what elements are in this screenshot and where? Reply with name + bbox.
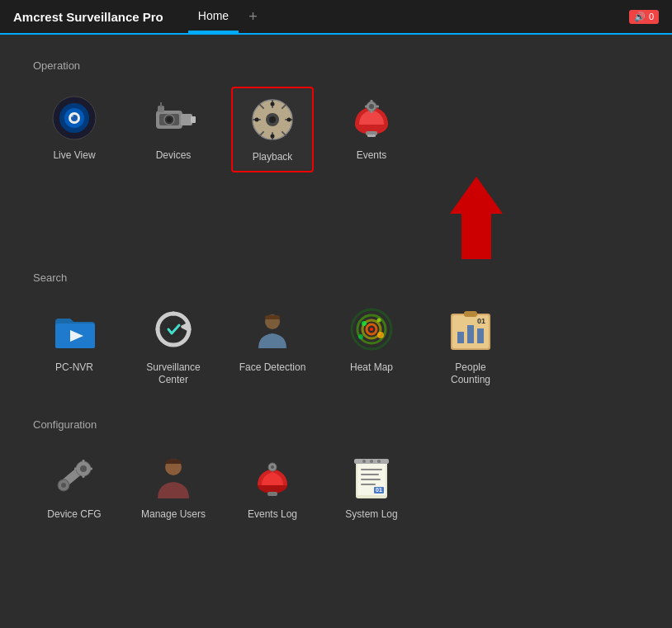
live-view-icon	[50, 93, 99, 143]
brand-bold: Pro	[143, 10, 163, 24]
svg-point-83	[362, 460, 366, 463]
icon-item-manage-users[interactable]: Manage Users	[132, 446, 215, 528]
main-content: Operation Live View	[0, 35, 672, 569]
svg-rect-43	[265, 315, 280, 319]
operation-label: Operation	[33, 59, 639, 72]
red-arrow	[450, 177, 503, 259]
volume-button[interactable]: 🔊 0	[629, 10, 659, 24]
icon-item-heat-map[interactable]: Heat Map	[330, 299, 413, 394]
svg-rect-36	[365, 106, 368, 108]
app-brand: Amcrest Surveillance Pro	[13, 10, 163, 24]
heat-map-label: Heat Map	[350, 361, 393, 375]
tab-home[interactable]: Home	[188, 0, 239, 33]
svg-point-49	[362, 321, 367, 326]
surveillance-center-label: Surveillance Center	[139, 361, 208, 387]
svg-rect-76	[361, 469, 382, 470]
svg-rect-71	[267, 492, 277, 496]
configuration-grid: Device CFG Manage Users	[33, 446, 639, 528]
system-log-label: System Log	[345, 508, 397, 522]
playback-icon	[248, 95, 297, 144]
search-grid: PC-NVR Surveillance Center	[33, 299, 639, 394]
people-counting-icon: 01	[446, 305, 495, 355]
svg-rect-35	[370, 110, 372, 113]
svg-point-5	[70, 114, 73, 117]
events-icon	[347, 93, 396, 143]
device-cfg-icon	[50, 452, 99, 502]
svg-text:01: 01	[376, 487, 382, 493]
svg-rect-55	[457, 332, 464, 343]
face-detection-icon	[248, 305, 297, 355]
svg-rect-13	[191, 116, 196, 123]
svg-point-28	[286, 117, 291, 121]
icon-item-pc-nvr[interactable]: PC-NVR	[33, 299, 116, 394]
icon-item-device-cfg[interactable]: Device CFG	[33, 446, 116, 528]
icon-item-playback[interactable]: Playback	[231, 87, 314, 172]
pc-nvr-label: PC-NVR	[55, 361, 93, 375]
configuration-label: Configuration	[33, 418, 639, 431]
svg-rect-65	[82, 460, 84, 464]
svg-rect-57	[477, 328, 484, 343]
svg-point-48	[370, 328, 373, 331]
events-log-label: Events Log	[248, 508, 297, 522]
svg-point-16	[269, 116, 276, 123]
device-cfg-label: Device CFG	[47, 508, 101, 522]
svg-rect-31	[367, 135, 376, 137]
svg-rect-11	[160, 102, 162, 107]
volume-count: 0	[649, 12, 654, 21]
svg-rect-77	[361, 474, 379, 475]
svg-point-64	[80, 465, 87, 472]
svg-rect-12	[181, 114, 192, 125]
svg-point-25	[270, 102, 274, 106]
events-label: Events	[357, 149, 387, 163]
playback-label: Playback	[253, 151, 293, 164]
operation-grid: Live View Devi	[33, 87, 639, 172]
devices-icon	[149, 93, 198, 143]
system-log-icon: 01	[347, 452, 396, 502]
icon-item-face-detection[interactable]: Face Detection	[231, 299, 314, 394]
svg-point-26	[270, 134, 274, 138]
icon-item-people-counting[interactable]: 01 People Counting	[429, 299, 512, 394]
titlebar-right: 🔊 0	[629, 10, 659, 24]
icon-item-events-log[interactable]: Events Log	[231, 446, 314, 528]
pc-nvr-icon	[50, 305, 99, 355]
svg-text:01: 01	[477, 317, 485, 325]
svg-rect-34	[370, 100, 372, 103]
svg-point-27	[254, 117, 258, 121]
heat-map-icon	[347, 305, 396, 355]
devices-label: Devices	[156, 149, 192, 163]
face-detection-label: Face Detection	[239, 361, 306, 375]
icon-item-live-view[interactable]: Live View	[33, 87, 116, 172]
manage-users-icon	[149, 452, 198, 502]
svg-rect-78	[361, 479, 381, 480]
brand-text: Amcrest Surveillance	[13, 10, 143, 24]
titlebar: Amcrest Surveillance Pro Home + 🔊 0	[0, 0, 672, 35]
volume-icon: 🔊	[634, 12, 646, 22]
svg-point-51	[377, 332, 384, 338]
svg-rect-66	[82, 474, 84, 478]
svg-rect-67	[74, 468, 78, 470]
live-view-label: Live View	[53, 149, 95, 163]
search-label: Search	[33, 272, 639, 284]
svg-point-52	[358, 334, 363, 339]
svg-rect-56	[467, 325, 474, 343]
svg-rect-68	[88, 468, 92, 470]
svg-rect-79	[361, 484, 376, 485]
svg-point-62	[61, 483, 66, 488]
svg-rect-37	[376, 106, 379, 108]
surveillance-center-icon	[149, 305, 198, 355]
arrow-container	[314, 177, 639, 259]
icon-item-surveillance-center[interactable]: Surveillance Center	[132, 299, 215, 394]
tab-add[interactable]: +	[248, 8, 258, 26]
manage-users-label: Manage Users	[141, 508, 206, 522]
svg-point-33	[369, 104, 374, 109]
svg-point-9	[167, 117, 172, 122]
people-counting-label: People Counting	[436, 361, 505, 387]
events-log-icon	[248, 452, 297, 502]
svg-rect-58	[464, 311, 477, 317]
svg-point-84	[370, 460, 373, 463]
svg-point-50	[376, 319, 381, 323]
svg-point-73	[271, 465, 274, 469]
icon-item-system-log[interactable]: 01 System Log	[330, 446, 413, 528]
icon-item-events[interactable]: Events	[330, 87, 413, 172]
icon-item-devices[interactable]: Devices	[132, 87, 215, 172]
